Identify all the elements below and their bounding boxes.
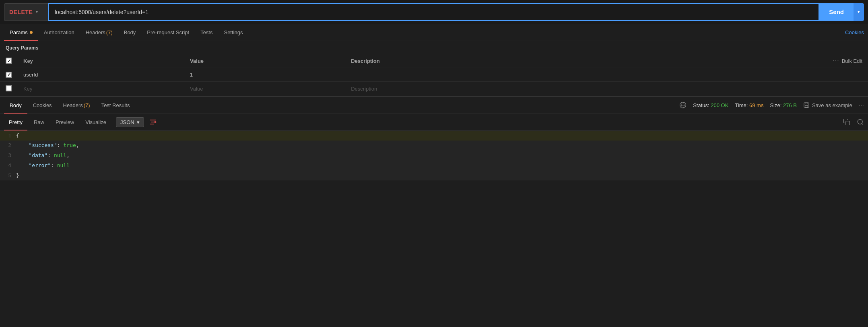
svg-point-6 bbox=[858, 119, 862, 124]
search-icon[interactable] bbox=[857, 118, 864, 126]
bulk-edit-button[interactable]: ··· Bulk Edit bbox=[833, 57, 862, 64]
size-value: 276 B bbox=[783, 102, 797, 108]
table-row: Key Value Description bbox=[0, 81, 868, 96]
bulk-edit-area: ··· Bulk Edit bbox=[604, 54, 868, 68]
save-icon bbox=[803, 102, 810, 108]
line-content: "success": true, bbox=[16, 141, 868, 151]
code-line-4: 4 "error": null bbox=[0, 161, 868, 171]
row2-key[interactable]: Key bbox=[18, 81, 184, 96]
time-label: Time: 69 ms bbox=[735, 102, 763, 108]
send-group: Send ▾ bbox=[819, 3, 864, 21]
response-tab-cookies[interactable]: Cookies bbox=[27, 97, 58, 114]
request-tab-nav: Params Authorization Headers (7) Body Pr… bbox=[0, 24, 868, 41]
cookies-link[interactable]: Cookies bbox=[845, 29, 864, 35]
params-table: Key Value Description ··· Bulk Edit user… bbox=[0, 54, 868, 96]
col-checkbox bbox=[0, 54, 18, 68]
code-line-1: 1 { bbox=[0, 131, 868, 141]
response-status-area: Status: 200 OK Time: 69 ms Size: 276 B S… bbox=[679, 101, 864, 109]
params-section: Query Params Key Value Description ··· B… bbox=[0, 41, 868, 96]
response-headers-badge: (7) bbox=[84, 102, 90, 108]
more-icon: ··· bbox=[833, 57, 839, 64]
json-format-selector[interactable]: JSON ▾ bbox=[116, 117, 144, 127]
headers-badge: (7) bbox=[106, 29, 113, 35]
copy-icon[interactable] bbox=[843, 118, 850, 126]
query-params-label: Query Params bbox=[0, 41, 868, 54]
size-label: Size: 276 B bbox=[770, 102, 797, 108]
more-options-button[interactable]: ··· bbox=[859, 101, 864, 109]
method-label: DELETE bbox=[9, 9, 33, 15]
response-tab-body[interactable]: Body bbox=[4, 97, 27, 114]
status-value: 200 OK bbox=[711, 102, 728, 108]
row2-checkbox-cell bbox=[0, 81, 18, 96]
svg-rect-5 bbox=[846, 121, 850, 125]
tab-headers[interactable]: Headers (7) bbox=[80, 24, 118, 41]
globe-icon bbox=[679, 101, 687, 109]
line-content: "data": null, bbox=[16, 151, 868, 161]
response-tab-test-results[interactable]: Test Results bbox=[96, 97, 136, 114]
line-number: 5 bbox=[0, 171, 16, 181]
row1-checkbox[interactable] bbox=[6, 72, 12, 78]
svg-line-7 bbox=[862, 123, 863, 124]
row2-checkbox[interactable] bbox=[6, 85, 12, 91]
line-number: 4 bbox=[0, 161, 16, 171]
body-tab-raw[interactable]: Raw bbox=[29, 114, 49, 130]
row1-description[interactable] bbox=[345, 68, 604, 82]
url-input[interactable] bbox=[49, 4, 819, 20]
status-label: Status: 200 OK bbox=[693, 102, 728, 108]
tab-settings[interactable]: Settings bbox=[218, 24, 248, 41]
response-tab-headers[interactable]: Headers (7) bbox=[58, 97, 96, 114]
response-area: Body Cookies Headers (7) Test Results St… bbox=[0, 97, 868, 181]
line-number: 3 bbox=[0, 151, 16, 161]
params-dot bbox=[30, 31, 33, 34]
tab-prerequest[interactable]: Pre-request Script bbox=[141, 24, 195, 41]
tab-authorization[interactable]: Authorization bbox=[38, 24, 80, 41]
line-content: "error": null bbox=[16, 161, 868, 171]
response-tab-nav: Body Cookies Headers (7) Test Results St… bbox=[0, 97, 868, 114]
line-number: 2 bbox=[0, 141, 16, 151]
body-tab-visualize[interactable]: Visualize bbox=[80, 114, 111, 130]
method-selector[interactable]: DELETE ▾ bbox=[4, 3, 48, 21]
row1-checkbox-cell bbox=[0, 68, 18, 82]
row1-value[interactable]: 1 bbox=[184, 68, 345, 82]
line-content: } bbox=[16, 171, 868, 181]
col-key-header: Key bbox=[18, 54, 184, 68]
body-tab-pretty[interactable]: Pretty bbox=[4, 114, 27, 130]
send-dropdown-button[interactable]: ▾ bbox=[854, 3, 864, 21]
body-format-nav: Pretty Raw Preview Visualize JSON ▾ bbox=[0, 114, 868, 131]
tab-tests[interactable]: Tests bbox=[195, 24, 218, 41]
col-value-header: Value bbox=[184, 54, 345, 68]
toolbar-right bbox=[843, 118, 864, 126]
code-line-5: 5 } bbox=[0, 171, 868, 181]
save-as-example-button[interactable]: Save as example bbox=[803, 102, 852, 108]
line-content: { bbox=[16, 131, 868, 141]
url-input-wrapper bbox=[48, 3, 819, 21]
header-checkbox[interactable] bbox=[6, 58, 12, 64]
row2-value[interactable]: Value bbox=[184, 81, 345, 96]
row2-description[interactable]: Description bbox=[345, 81, 604, 96]
body-tab-preview[interactable]: Preview bbox=[51, 114, 79, 130]
table-row: userId 1 bbox=[0, 68, 868, 82]
url-bar: DELETE ▾ Send ▾ bbox=[0, 0, 868, 24]
line-number: 1 bbox=[0, 131, 16, 141]
svg-rect-3 bbox=[804, 103, 809, 108]
tab-body[interactable]: Body bbox=[118, 24, 142, 41]
send-button[interactable]: Send bbox=[819, 3, 854, 21]
code-line-3: 3 "data": null, bbox=[0, 151, 868, 161]
json-chevron-icon: ▾ bbox=[137, 119, 140, 125]
chevron-down-icon: ▾ bbox=[36, 10, 38, 14]
tab-params[interactable]: Params bbox=[4, 24, 38, 41]
code-line-2: 2 "success": true, bbox=[0, 141, 868, 151]
row1-key[interactable]: userId bbox=[18, 68, 184, 82]
col-description-header: Description bbox=[345, 54, 604, 68]
time-value: 69 ms bbox=[749, 102, 763, 108]
wrap-lines-icon[interactable] bbox=[149, 118, 157, 126]
code-editor: 1 { 2 "success": true, 3 "data": null, 4… bbox=[0, 131, 868, 181]
